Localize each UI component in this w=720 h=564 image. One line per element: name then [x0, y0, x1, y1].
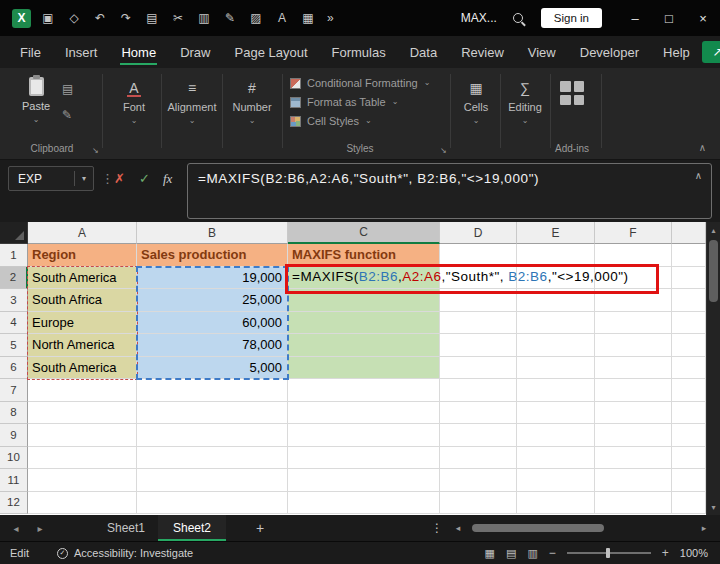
cell-f11[interactable] — [595, 469, 672, 492]
select-all-button[interactable] — [0, 222, 28, 244]
cell-e11[interactable] — [517, 469, 595, 492]
font-color-icon[interactable]: A — [275, 11, 289, 25]
sign-in-button[interactable]: Sign in — [541, 8, 602, 28]
cell-f6[interactable] — [595, 357, 672, 380]
cell-f12[interactable] — [595, 492, 672, 515]
qat-overflow-icon[interactable]: » — [327, 11, 334, 25]
row-header-2[interactable]: 2 — [0, 267, 28, 290]
cell-e5[interactable] — [517, 334, 595, 357]
cell-e9[interactable] — [517, 424, 595, 447]
number-group-button[interactable]: # Number ⌄ — [224, 79, 280, 125]
format-painter-icon[interactable]: ✎ — [223, 11, 237, 25]
cell-a11[interactable] — [28, 469, 137, 492]
cell-c1[interactable]: MAXIFS function — [288, 244, 440, 267]
cell-g12[interactable] — [672, 492, 706, 515]
col-header-d[interactable]: D — [440, 222, 517, 244]
styles-dialog-launcher-icon[interactable]: ↘ — [440, 146, 447, 155]
cell-a8[interactable] — [28, 402, 137, 425]
format-as-table-button[interactable]: Format as Table ⌄ — [290, 96, 430, 108]
cell-d10[interactable] — [440, 447, 517, 470]
cell-e3[interactable] — [517, 289, 595, 312]
share-button[interactable]: ↗ Share — [702, 41, 720, 63]
cell-a4[interactable]: Europe — [28, 312, 137, 335]
cell-g4[interactable] — [672, 312, 706, 335]
cell-d5[interactable] — [440, 334, 517, 357]
cell-c7[interactable] — [288, 379, 440, 402]
sheet-tab-menu-icon[interactable]: ⋮ — [428, 515, 446, 541]
minimize-button[interactable]: – — [618, 0, 652, 36]
cell-f9[interactable] — [595, 424, 672, 447]
cell-b9[interactable] — [137, 424, 288, 447]
col-header-b[interactable]: B — [137, 222, 288, 244]
row-header-4[interactable]: 4 — [0, 312, 28, 335]
cells-group-button[interactable]: ▦ Cells ⌄ — [453, 79, 499, 125]
sheet-nav-left-icon[interactable]: ◂ — [4, 515, 28, 541]
cell-a3[interactable]: South Africa — [28, 289, 137, 312]
row-header-12[interactable]: 12 — [0, 492, 28, 515]
cell-c12[interactable] — [288, 492, 440, 515]
tab-data[interactable]: Data — [398, 36, 449, 68]
zoom-out-icon[interactable]: − — [549, 546, 556, 560]
fill-color-icon[interactable]: ▨ — [249, 11, 263, 25]
redo-icon[interactable]: ↷ — [119, 11, 133, 25]
borders-icon[interactable]: ▦ — [301, 11, 315, 25]
cell-b7[interactable] — [137, 379, 288, 402]
cell-f8[interactable] — [595, 402, 672, 425]
cell-g3[interactable] — [672, 289, 706, 312]
cancel-icon[interactable]: ✗ — [114, 171, 125, 186]
tab-review[interactable]: Review — [449, 36, 516, 68]
cell-f4[interactable] — [595, 312, 672, 335]
cell-g6[interactable] — [672, 357, 706, 380]
cell-e6[interactable] — [517, 357, 595, 380]
page-layout-view-icon[interactable]: ▤ — [506, 547, 516, 560]
row-header-9[interactable]: 9 — [0, 424, 28, 447]
col-header-f[interactable]: F — [595, 222, 672, 244]
excel-logo-icon[interactable]: X — [12, 9, 31, 28]
maximize-button[interactable]: □ — [652, 0, 686, 36]
scroll-left-icon[interactable]: ◂ — [450, 515, 466, 541]
cell-g11[interactable] — [672, 469, 706, 492]
accessibility-status[interactable]: Accessibility: Investigate — [74, 547, 193, 559]
cell-d12[interactable] — [440, 492, 517, 515]
cell-b11[interactable] — [137, 469, 288, 492]
col-header-c[interactable]: C — [288, 222, 440, 244]
cell-d7[interactable] — [440, 379, 517, 402]
tab-help[interactable]: Help — [651, 36, 702, 68]
cell-d11[interactable] — [440, 469, 517, 492]
conditional-formatting-button[interactable]: Conditional Formatting ⌄ — [290, 77, 430, 89]
row-header-6[interactable]: 6 — [0, 357, 28, 380]
undo-icon[interactable]: ↶ — [93, 11, 107, 25]
cell-c4[interactable] — [288, 312, 440, 335]
cell-b3[interactable]: 25,000 — [137, 289, 288, 312]
cell-b8[interactable] — [137, 402, 288, 425]
cell-g7[interactable] — [672, 379, 706, 402]
row-header-11[interactable]: 11 — [0, 469, 28, 492]
formula-input[interactable]: =MAXIFS(B2:B6,A2:A6,"South*", B2:B6,"<>1… — [187, 163, 712, 219]
scroll-down-icon[interactable]: ▾ — [707, 499, 720, 515]
cell-a9[interactable] — [28, 424, 137, 447]
horizontal-scrollbar[interactable]: ◂ ▸ — [450, 515, 712, 541]
zoom-slider-thumb[interactable] — [606, 548, 610, 558]
tab-developer[interactable]: Developer — [568, 36, 651, 68]
cell-g9[interactable] — [672, 424, 706, 447]
col-header-a[interactable]: A — [28, 222, 137, 244]
cell-d4[interactable] — [440, 312, 517, 335]
row-header-5[interactable]: 5 — [0, 334, 28, 357]
cell-c9[interactable] — [288, 424, 440, 447]
cell-a1[interactable]: Region — [28, 244, 137, 267]
cell-c11[interactable] — [288, 469, 440, 492]
scroll-up-icon[interactable]: ▴ — [707, 222, 720, 238]
formula-bar-text[interactable]: =MAXIFS(B2:B6,A2:A6,"South*", B2:B6,"<>1… — [198, 171, 539, 186]
insert-function-icon[interactable]: fx — [163, 171, 172, 187]
cell-a7[interactable] — [28, 379, 137, 402]
cell-f10[interactable] — [595, 447, 672, 470]
ribbon-format-painter-icon[interactable]: ✎ — [62, 108, 72, 122]
horizontal-scrollbar-thumb[interactable] — [472, 524, 604, 532]
cell-e4[interactable] — [517, 312, 595, 335]
cut-icon[interactable]: ✂ — [171, 11, 185, 25]
paste-dropdown-icon[interactable]: ⌄ — [33, 116, 40, 124]
cell-f7[interactable] — [595, 379, 672, 402]
tab-draw[interactable]: Draw — [168, 36, 222, 68]
alignment-group-button[interactable]: ≡ Alignment ⌄ — [163, 79, 221, 125]
row-header-7[interactable]: 7 — [0, 379, 28, 402]
